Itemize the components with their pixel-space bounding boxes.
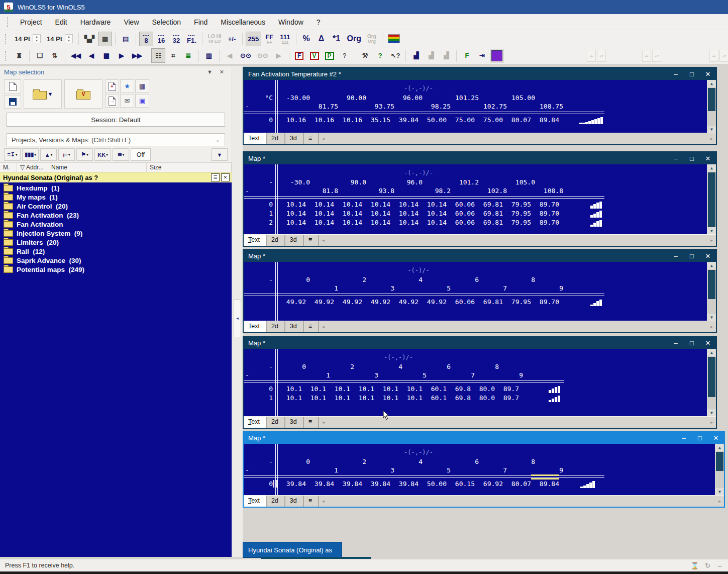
map-cell[interactable]: 10.1 [278, 394, 302, 402]
map-cell[interactable]: 10.14 [362, 210, 390, 218]
minimize-button[interactable]: – [668, 70, 684, 78]
original-original-button[interactable]: OrgOrg [365, 32, 379, 46]
column-header-name[interactable]: Name [48, 163, 147, 172]
document-tab[interactable]: Hyundai Sonata (Original) as [243, 542, 342, 558]
tab-text[interactable]: Text [244, 321, 267, 332]
map-cell[interactable]: 75.00 [475, 116, 503, 124]
folder-search-button[interactable]: ▦ [135, 79, 149, 93]
map-cell[interactable]: 39.84 [390, 116, 419, 124]
import-version-button[interactable]: V [64, 79, 102, 109]
map-cell[interactable]: 10.1 [278, 385, 302, 393]
percent-button[interactable]: % [299, 32, 314, 46]
map-cell[interactable]: 10.14 [334, 201, 362, 209]
tab-2d[interactable]: 2d [267, 417, 285, 428]
menu-edit[interactable]: Edit [49, 15, 74, 29]
map-cell[interactable]: 89.70 [531, 298, 559, 306]
scroll-right-icon[interactable]: ▸ [715, 496, 724, 507]
map-cell[interactable]: 49.92 [362, 298, 390, 306]
tab-3d[interactable]: 3d [285, 417, 304, 428]
tab-scroll-left-icon[interactable]: ◂ [319, 133, 328, 144]
binary-111-button[interactable]: 111111 [277, 32, 292, 46]
checksum-inactive2-icon[interactable]: ▟ [439, 48, 453, 63]
lohi-hilo-button[interactable]: LO HIHI LO [205, 32, 224, 46]
map-cell[interactable]: 10.1 [374, 394, 398, 402]
map-cell[interactable]: 10.16 [306, 116, 334, 124]
map-cell[interactable]: 89.70 [531, 201, 559, 209]
menu-selection[interactable]: Selection [146, 15, 188, 29]
tree-folder-injection-system[interactable]: Injection System (9) [0, 229, 232, 238]
map-cell[interactable]: 69.81 [475, 210, 503, 218]
close-button[interactable]: ✕ [700, 70, 716, 78]
close-button[interactable]: ✕ [700, 252, 716, 260]
map-cell[interactable]: 10.14 [306, 201, 334, 209]
panel-close-icon[interactable]: ✕ [216, 69, 228, 75]
scrollbar-thumb[interactable] [708, 357, 715, 397]
tab-2d[interactable]: 2d [267, 496, 285, 507]
factor-1-button[interactable]: *1 [330, 32, 344, 46]
map-cell[interactable]: 10.14 [390, 210, 419, 218]
vertical-scrollbar[interactable]: ▲▼ [707, 262, 716, 321]
next-map-icon[interactable]: ▶ [115, 48, 129, 63]
text-grid-view-icon[interactable]: ▦ [98, 32, 112, 46]
map-cell[interactable]: 75.00 [447, 116, 475, 124]
scroll-down-icon[interactable]: ▼ [707, 227, 716, 235]
panel-splitter[interactable]: ◂ [232, 66, 243, 557]
version-window-icon[interactable]: V [307, 48, 322, 63]
map-cell[interactable]: 89.70 [531, 210, 559, 218]
map-cell[interactable]: 10.1 [302, 385, 326, 393]
tree-folder-potential-maps[interactable]: Potential maps (249) [0, 265, 232, 274]
tab-menu[interactable]: ≡ [304, 417, 319, 428]
scroll-right-icon[interactable]: ▸ [707, 321, 716, 332]
first-map-icon[interactable]: ◀◀ [68, 48, 83, 63]
map-cell[interactable]: 60.06 [447, 210, 475, 218]
toolbar-grip[interactable] [5, 34, 8, 44]
nav-back-icon[interactable]: ◀ [223, 48, 237, 63]
map-content[interactable]: -(-,-)/---0246813579039.8439.8439.8439.8… [244, 444, 724, 496]
map-cell[interactable]: 10.14 [306, 219, 334, 227]
font-size-spinner-2[interactable]: 14 Pt▲▼ [47, 34, 73, 43]
tab-scroll-left-icon[interactable]: ◂ [319, 321, 328, 332]
map-cell[interactable]: 89.70 [531, 219, 559, 227]
menu-window[interactable]: Window [272, 15, 310, 29]
map-cell[interactable]: 49.92 [334, 298, 362, 306]
original-button[interactable]: Org [345, 32, 364, 46]
map-cell[interactable]: 79.95 [503, 298, 531, 306]
width-32-button[interactable]: ▪▪▪▪32 [169, 32, 183, 46]
map-cell[interactable]: 39.84 [306, 480, 334, 488]
factor-window-icon[interactable]: F [292, 48, 306, 63]
checksum-wand-icon[interactable]: ▟ [409, 48, 423, 63]
insert-function-icon[interactable]: F [460, 48, 474, 63]
map-content[interactable]: -(-,-)/-°C--30.0090.0096.00101.25105.008… [244, 80, 716, 133]
scroll-down-icon[interactable]: ▼ [707, 409, 716, 417]
map-cell[interactable]: 79.95 [503, 210, 531, 218]
map-cell[interactable]: 10.1 [326, 394, 350, 402]
map-cell[interactable]: 60.15 [447, 480, 475, 488]
close-button[interactable]: ✕ [708, 434, 724, 442]
scroll-up-icon[interactable]: ▲ [715, 444, 724, 451]
cascade-windows-icon[interactable]: ❏ [33, 48, 47, 63]
tab-3d[interactable]: 3d [285, 321, 304, 332]
map-window-3[interactable]: Map *–□✕-(-)/--024681357949.9249.9249.92… [243, 249, 717, 333]
tab-menu[interactable]: ≡ [304, 496, 319, 507]
panel-menu-icon[interactable]: ▼ [203, 69, 216, 75]
minimize-button[interactable]: – [668, 252, 684, 260]
map-cell[interactable]: 50.00 [419, 116, 447, 124]
map-cell[interactable]: 49.92 [419, 298, 447, 306]
menu-view[interactable]: View [117, 15, 145, 29]
map-cell[interactable]: 10.14 [362, 219, 390, 227]
scroll-down-icon[interactable]: ▼ [707, 314, 716, 321]
column-header-size[interactable]: Size [147, 163, 232, 172]
tree-folder-fan-activation[interactable]: Fan Activation (23) [0, 211, 232, 220]
map-cell[interactable]: 10.14 [334, 219, 362, 227]
mail-button[interactable]: ✉ [120, 94, 134, 108]
tree-folder-saprk-advance[interactable]: Saprk Advance (30) [0, 256, 232, 265]
scroll-up-icon[interactable]: ▲ [707, 262, 716, 269]
scroll-up-icon[interactable]: ▲ [707, 349, 716, 356]
script-icon[interactable]: ≣ [181, 48, 195, 63]
vertical-scrollbar[interactable]: ▲▼ [715, 444, 724, 496]
map-cell[interactable]: 69.81 [475, 201, 503, 209]
map-cell[interactable]: 10.1 [350, 385, 374, 393]
map-cell[interactable]: 49.92 [390, 298, 419, 306]
scroll-down-icon[interactable]: ▼ [715, 488, 724, 496]
tab-2d[interactable]: 2d [267, 235, 285, 246]
